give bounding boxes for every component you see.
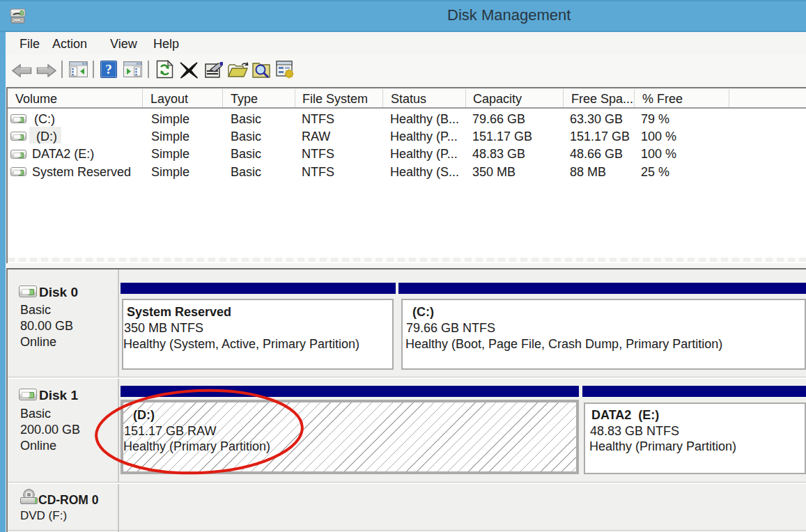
svg-text:?: ? — [105, 62, 112, 77]
